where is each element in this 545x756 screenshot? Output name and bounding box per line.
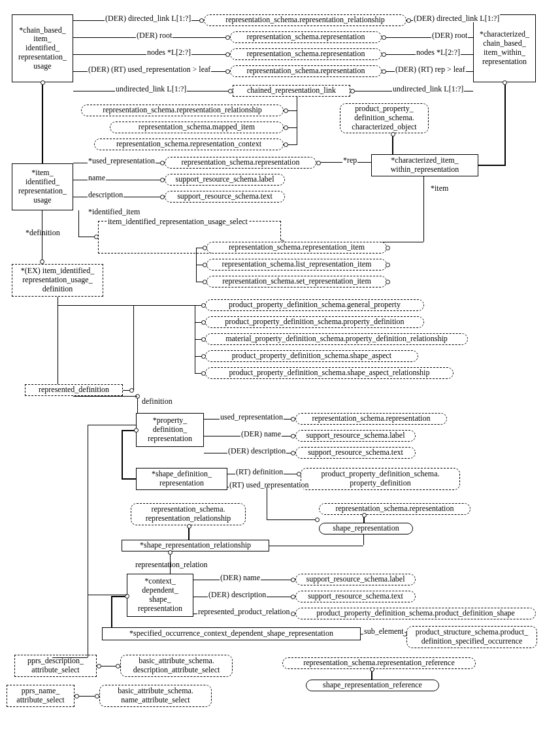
lbl-rep-leaf: (DER) (RT) rep > leaf xyxy=(395,65,466,73)
pill-rsr-shape: representation_schema.representation xyxy=(319,503,471,515)
lbl-desc: description xyxy=(88,191,124,199)
lbl-nodes-l: nodes *L[2:?] xyxy=(146,48,191,56)
lbl-pdr-used: used_representation xyxy=(220,413,284,421)
lbl-nodes-r: nodes *L[2:?] xyxy=(416,48,461,56)
pill-srs-text: support_resource_schema.text xyxy=(165,191,285,203)
pill-rsri: representation_schema.representation_ite… xyxy=(206,242,387,254)
pill-rsrr-link: representation_schema.representation_rel… xyxy=(81,105,284,116)
lbl-der-dl-r: (DER) directed_link L[1:?] xyxy=(413,14,500,22)
entity-chain-usage: *chain_based_item_identified_representat… xyxy=(12,14,73,82)
entity-sdr: *shape_definition_representation xyxy=(136,468,227,490)
pill-rsrc: representation_schema.representation_con… xyxy=(94,139,284,150)
select-pds-attr: pprs_description_attribute_select xyxy=(14,655,97,677)
lbl-rep-rel: representation_relation xyxy=(135,561,208,568)
pill-rsmi: representation_schema.mapped_item xyxy=(110,122,284,133)
pill-rsrr-ref: representation_schema.representation_ref… xyxy=(282,657,476,669)
entity-char-chain: *characterized_chain_based_item_within_r… xyxy=(473,14,536,82)
lbl-rt-def: (RT) definition xyxy=(235,468,284,476)
lbl-undir-l: undirected_link L[1:?] xyxy=(115,85,187,93)
lbl-der-root-l: (DER) root xyxy=(136,31,173,39)
lbl-der-dl-l: (DER) directed_link L[1:?] xyxy=(105,14,191,22)
pill-ppds-pd: product_property_definition_schema.prope… xyxy=(205,316,424,328)
select-ex-iiru-def: *(EX) item_identified_representation_usa… xyxy=(12,264,103,297)
pill-char-obj: product_property_definition_schema.chara… xyxy=(340,103,429,133)
entity-pdr: *property_definition_representation xyxy=(136,413,204,447)
pill-ppds-sar: product_property_definition_schema.shape… xyxy=(205,367,454,379)
lbl-rt-used: (RT) used_representation xyxy=(229,481,310,489)
pill-srs-text3: support_resource_schema.text xyxy=(295,591,416,602)
lbl-definition: *definition xyxy=(25,229,61,237)
lbl-pdr-desc: (DER) description xyxy=(227,447,286,455)
entity-cdsr: *context_dependent_shape_representation xyxy=(127,574,193,617)
pill-rsr-usedrep: representation_schema.representation xyxy=(165,157,316,169)
entity-socdsr: *specified_occurrence_context_dependent_… xyxy=(102,627,361,640)
pill-bas-name: basic_attribute_schema.name_attribute_se… xyxy=(99,685,212,707)
pill-srr-ref: shape_representation_reference xyxy=(306,680,439,691)
lbl-rep: *rep xyxy=(342,156,357,164)
pill-rsr-leaf: representation_schema.representation xyxy=(230,65,382,77)
pill-srs-label3: support_resource_schema.label xyxy=(295,574,416,585)
lbl-sub-el: sub_element xyxy=(363,627,405,635)
lbl-used-leaf: (DER) (RT) used_representation > leaf xyxy=(88,65,211,73)
express-g-diagram: *chain_based_item_identified_representat… xyxy=(0,0,545,756)
pill-rsrr-box: representation_schema.representation_rel… xyxy=(131,503,246,525)
pill-ppds-gp: product_property_definition_schema.gener… xyxy=(205,299,424,311)
lbl-undir-r: undirected_link L[1:?] xyxy=(392,85,464,93)
pill-rsrr-top: representation_schema.representation_rel… xyxy=(204,14,406,26)
pill-pss-pdso: product_structure_schema.product_definit… xyxy=(406,626,537,648)
pill-mpds-pdr: material_property_definition_schema.prop… xyxy=(205,333,468,345)
lbl-c-desc: (DER) description xyxy=(208,591,267,599)
pill-rslri: representation_schema.list_representatio… xyxy=(206,259,387,271)
select-pns-attr: pprs_name_attribute_select xyxy=(7,685,74,707)
pill-srs-text2: support_resource_schema.text xyxy=(295,447,416,459)
pill-srs-label: support_resource_schema.label xyxy=(165,174,285,186)
pill-ppds-sa: product_property_definition_schema.shape… xyxy=(205,350,418,362)
pill-rsr-root: representation_schema.representation xyxy=(230,31,382,43)
pill-rsr-nodes: representation_schema.representation xyxy=(230,48,382,60)
select-represented-definition: represented_definition xyxy=(25,384,123,396)
entity-char-item: *characterized_item_within_representatio… xyxy=(371,154,478,176)
pill-bas-desc: basic_attribute_schema.description_attri… xyxy=(120,655,233,677)
lbl-id-item: *identified_item xyxy=(88,208,140,216)
pill-rssri: representation_schema.set_representation… xyxy=(206,276,387,288)
entity-srr: *shape_representation_relationship xyxy=(122,540,269,551)
entity-item-usage: *item_identified_representation_usage xyxy=(12,163,73,210)
lbl-name: name xyxy=(88,174,106,182)
pill-rsr-pdr: representation_schema.representation xyxy=(295,413,447,425)
pill-ppds-pds: product_property_definition_schema.produ… xyxy=(295,608,536,619)
select-item-usage-select-label: item_identified_representation_usage_sel… xyxy=(107,218,248,225)
pill-ppds-pd2: product_property_definition_schema.prope… xyxy=(301,468,460,490)
pill-srs-label2: support_resource_schema.label xyxy=(295,430,416,442)
lbl-pdr-name: (DER) name xyxy=(240,430,282,438)
lbl-item: *item xyxy=(430,184,449,192)
lbl-c-rpr: represented_product_relation xyxy=(197,608,291,616)
select-chained-link: chained_representation_link xyxy=(233,85,350,97)
pill-shape-rep: shape_representation xyxy=(319,523,413,534)
lbl-used-rep: *used_representation xyxy=(88,157,156,165)
lbl-pdr-def: definition xyxy=(141,397,173,405)
lbl-c-name: (DER) name xyxy=(220,574,261,582)
lbl-der-root-r: (DER) root xyxy=(431,31,468,39)
